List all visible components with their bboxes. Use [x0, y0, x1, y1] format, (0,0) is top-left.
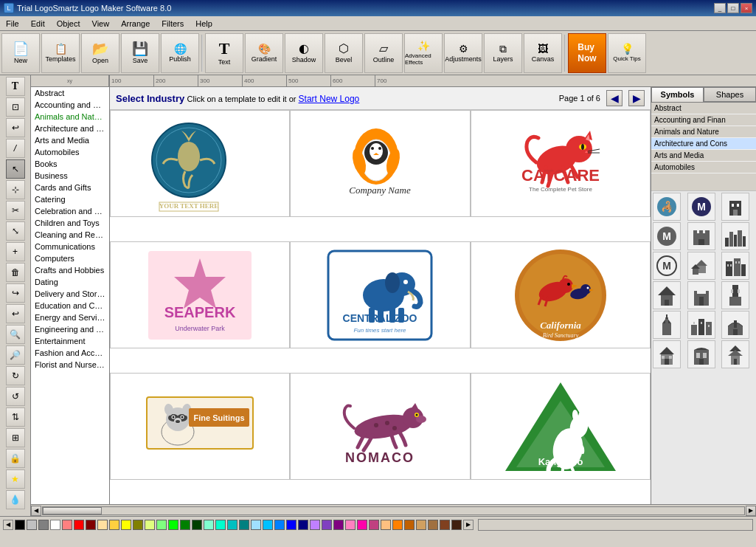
category-abstract[interactable]: Abstract	[31, 87, 109, 99]
scroll-left-button[interactable]: ◀	[31, 506, 41, 516]
color-teal-light[interactable]	[227, 520, 237, 530]
color-orange[interactable]	[392, 520, 403, 530]
symbol-m-badge[interactable]: M	[687, 193, 715, 221]
category-business[interactable]: Business	[31, 170, 109, 182]
templates-button[interactable]: 📋 Templates	[41, 33, 80, 73]
logo-cell-5[interactable]: CENTRAL ZOO Fun times start here	[290, 241, 470, 348]
symbol-skyline[interactable]	[721, 222, 749, 250]
shadow-button[interactable]: ◐ Shadow	[285, 33, 323, 73]
add-shape-button[interactable]: +	[6, 242, 25, 261]
symbol-scorpion[interactable]: 🦂	[653, 193, 681, 221]
color-yellow-light[interactable]	[109, 520, 119, 530]
menu-arrange[interactable]: Arrange	[115, 18, 156, 30]
h-scrollbar[interactable]: ◀ ▶	[31, 504, 756, 516]
adjustments-button[interactable]: ⚙ Adjustments	[444, 33, 482, 73]
logo-cell-9[interactable]: Kangaroo	[471, 373, 651, 480]
undo-button[interactable]: ↩	[6, 118, 25, 137]
color-black[interactable]	[15, 520, 25, 530]
right-cat-animals[interactable]: Animals and Nature	[651, 126, 756, 138]
category-computers[interactable]: Computers	[31, 252, 109, 264]
color-peach[interactable]	[97, 520, 108, 530]
right-category-list[interactable]: Abstract Accounting and Finan Animals an…	[651, 103, 756, 191]
symbol-building[interactable]	[721, 193, 749, 221]
color-dark-red[interactable]	[86, 520, 96, 530]
shapes-tab[interactable]: Shapes	[704, 87, 756, 102]
redo-button[interactable]: ↪	[6, 283, 25, 303]
color-white[interactable]	[50, 520, 60, 530]
color-purple[interactable]	[322, 520, 332, 530]
color-sky[interactable]	[251, 520, 261, 530]
draw-line-button[interactable]: /	[6, 139, 25, 158]
category-education[interactable]: Education and Counsel	[31, 300, 109, 312]
maximize-button[interactable]: □	[727, 3, 739, 13]
color-gray[interactable]	[38, 520, 49, 530]
open-button[interactable]: 📂 Open	[81, 33, 119, 73]
color-orange-light[interactable]	[381, 520, 391, 530]
zoom-out-button[interactable]: 🔎	[6, 345, 25, 365]
resize-button[interactable]: ⤡	[6, 221, 25, 241]
minimize-button[interactable]: _	[714, 3, 726, 13]
category-energy[interactable]: Energy and Services	[31, 312, 109, 323]
color-scroll-right[interactable]: ▶	[463, 520, 474, 530]
logo-cell-3[interactable]: CATCARE The Complete Pet Store	[471, 110, 651, 217]
category-cleaning[interactable]: Cleaning and Repair	[31, 229, 109, 241]
right-cat-accounting[interactable]: Accounting and Finan	[651, 114, 756, 126]
text-button[interactable]: T Text	[205, 33, 243, 73]
category-books[interactable]: Books	[31, 158, 109, 170]
menu-object[interactable]: Object	[51, 18, 86, 30]
color-dark-green[interactable]	[192, 520, 202, 530]
color-pick-button[interactable]: 💧	[6, 490, 25, 509]
color-cyan-light[interactable]	[215, 520, 226, 530]
menu-edit[interactable]: Edit	[25, 18, 51, 30]
gradient-button[interactable]: 🎨 Gradient	[245, 33, 283, 73]
symbol-complex[interactable]	[687, 311, 715, 339]
symbol-home[interactable]	[653, 281, 681, 309]
right-cat-architecture[interactable]: Architecture and Cons	[651, 138, 756, 150]
category-accounting[interactable]: Accounting and Finance	[31, 99, 109, 111]
menu-file[interactable]: File	[0, 18, 25, 30]
category-florist[interactable]: Florist and Nurseries	[31, 359, 109, 371]
category-entertainment[interactable]: Entertainment	[31, 335, 109, 347]
window-controls[interactable]: _ □ ×	[714, 3, 752, 13]
color-scroll-left[interactable]: ◀	[3, 520, 13, 530]
color-crimson[interactable]	[369, 520, 379, 530]
save-button[interactable]: 💾 Save	[121, 33, 159, 73]
color-brown-light[interactable]	[428, 520, 438, 530]
logo-cell-4[interactable]: SEAPERK Underwater Park	[110, 241, 290, 348]
logo-cell-1[interactable]: YOUR TEXT HERE	[110, 110, 290, 217]
lock-button[interactable]: 🔒	[6, 449, 25, 468]
color-pink[interactable]	[62, 520, 72, 530]
category-communications[interactable]: Communications	[31, 241, 109, 252]
start-new-logo-link[interactable]: Start New Logo	[299, 94, 360, 104]
symbol-tower[interactable]	[721, 281, 749, 309]
color-dark-purple[interactable]	[333, 520, 344, 530]
category-engineering[interactable]: Engineering and Tools	[31, 323, 109, 335]
color-yellow[interactable]	[121, 520, 131, 530]
symbol-house2[interactable]	[653, 340, 681, 368]
color-magenta[interactable]	[357, 520, 367, 530]
menu-filters[interactable]: Filters	[156, 18, 190, 30]
transform-button[interactable]: ⊹	[6, 180, 25, 199]
category-dating[interactable]: Dating	[31, 276, 109, 288]
h-scroll-track[interactable]	[42, 506, 745, 515]
category-arts[interactable]: Arts and Media	[31, 134, 109, 146]
scroll-right-button[interactable]: ▶	[746, 506, 756, 516]
logo-cell-7[interactable]: Fine Suitings	[110, 373, 290, 480]
undo2-button[interactable]: ↩	[6, 304, 25, 323]
publish-button[interactable]: 🌐 Publish	[161, 33, 199, 73]
new-button[interactable]: 📄 New	[1, 33, 40, 73]
category-list[interactable]: Abstract Accounting and Finance Animals …	[31, 87, 109, 504]
canvas-button[interactable]: 🖼 Canvas	[524, 33, 562, 73]
right-cat-abstract[interactable]: Abstract	[651, 103, 756, 114]
color-violet-light[interactable]	[310, 520, 320, 530]
symbol-arch-building[interactable]	[687, 281, 715, 309]
color-red[interactable]	[74, 520, 84, 530]
logo-cell-8[interactable]: NOMACO	[290, 373, 470, 480]
category-automobiles[interactable]: Automobiles	[31, 146, 109, 158]
layers-button[interactable]: ⧉ Layers	[484, 33, 522, 73]
color-dark-brown[interactable]	[451, 520, 462, 530]
color-tan[interactable]	[416, 520, 426, 530]
category-catering[interactable]: Catering	[31, 193, 109, 205]
advanced-effects-button[interactable]: ✨ Advanced Effects	[404, 33, 443, 73]
color-brown[interactable]	[440, 520, 450, 530]
